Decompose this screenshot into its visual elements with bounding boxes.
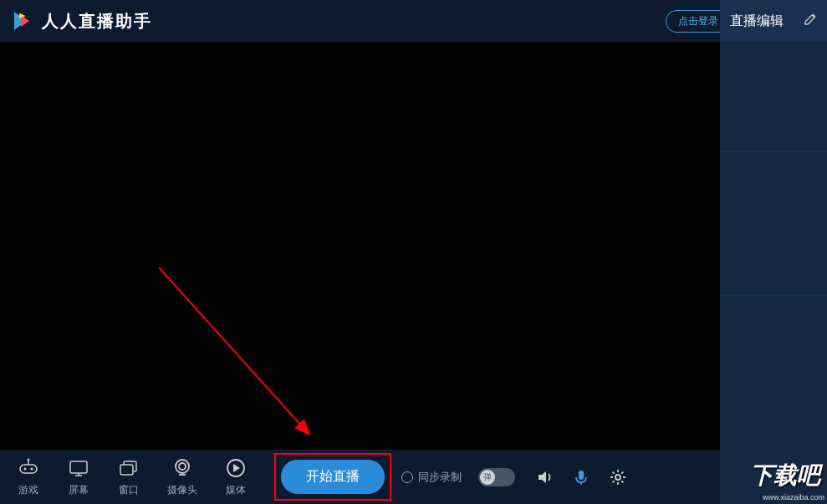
speaker-icon[interactable] (535, 468, 554, 486)
sidebar-panels (720, 42, 827, 504)
tool-label: 摄像头 (167, 483, 197, 497)
svg-point-17 (179, 463, 186, 470)
title-bar: 人人直播助手 点击登录 (0, 0, 827, 42)
tool-label: 媒体 (226, 483, 246, 497)
svg-point-21 (615, 475, 620, 480)
toggle-knob: 弹 (480, 470, 495, 485)
settings-icon[interactable] (609, 468, 627, 486)
sidebar: 直播编辑 (720, 0, 827, 504)
tool-window[interactable]: 窗口 (117, 456, 140, 497)
app-title: 人人直播助手 (42, 10, 152, 33)
svg-point-7 (24, 468, 27, 471)
svg-point-16 (176, 460, 189, 473)
microphone-icon[interactable] (572, 468, 590, 486)
tool-label: 窗口 (119, 483, 139, 497)
tool-label: 屏幕 (69, 483, 89, 497)
sidebar-panel[interactable] (720, 296, 827, 504)
logo-area: 人人直播助手 (8, 8, 152, 34)
monitor-icon (67, 456, 90, 480)
svg-point-10 (28, 459, 30, 461)
app-logo-icon (8, 8, 35, 34)
start-button-highlight: 开始直播 (274, 453, 391, 501)
bottom-toolbar: 游戏 屏幕 窗口 摄像头 媒体 开始直播 同步录制 弹 (0, 450, 720, 504)
media-icon (224, 456, 248, 480)
svg-rect-6 (20, 465, 37, 473)
svg-point-8 (31, 468, 33, 471)
sidebar-panel[interactable] (720, 152, 827, 294)
sidebar-title: 直播编辑 (730, 13, 784, 30)
webcam-icon (171, 456, 194, 480)
svg-rect-11 (70, 461, 87, 473)
edit-icon[interactable] (804, 13, 817, 29)
danmu-toggle[interactable]: 弹 (478, 468, 515, 486)
sidebar-panel[interactable] (720, 42, 827, 150)
gamepad-icon (17, 456, 40, 480)
sidebar-header: 直播编辑 (720, 0, 827, 42)
tool-media[interactable]: 媒体 (224, 456, 248, 497)
tool-game[interactable]: 游戏 (17, 456, 40, 497)
tool-screen[interactable]: 屏幕 (67, 456, 90, 497)
preview-canvas[interactable] (0, 42, 720, 450)
svg-rect-19 (579, 471, 584, 480)
window-icon (117, 456, 140, 480)
sync-record-label: 同步录制 (418, 470, 462, 485)
bottom-right-controls (535, 468, 627, 486)
tool-label: 游戏 (18, 483, 38, 497)
radio-icon (401, 471, 413, 483)
start-broadcast-button[interactable]: 开始直播 (281, 460, 385, 494)
tool-camera[interactable]: 摄像头 (167, 456, 197, 497)
svg-rect-15 (120, 465, 133, 475)
sync-record-checkbox[interactable]: 同步录制 (401, 470, 462, 485)
